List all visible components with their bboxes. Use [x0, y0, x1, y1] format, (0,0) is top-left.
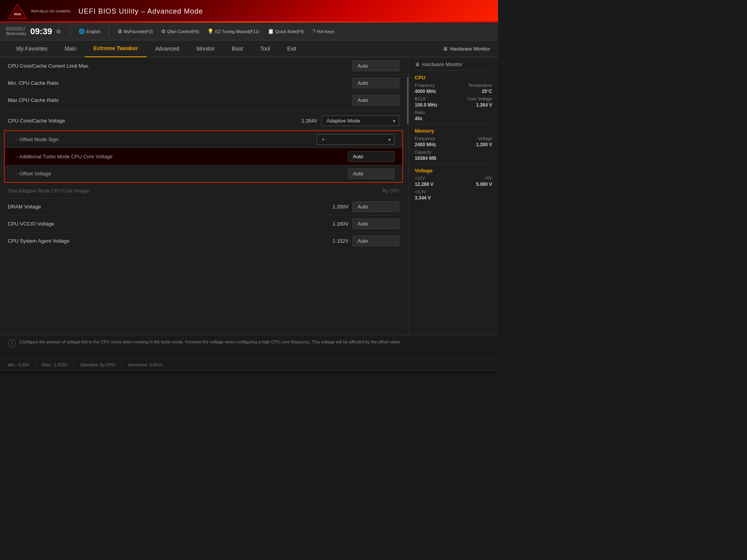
hw-mem-cap-label: Capacity — [415, 150, 431, 154]
setting-row-dram[interactable]: DRAM Voltage 1.200V Auto — [0, 198, 407, 215]
setting-row-cpu-current-limit[interactable]: CPU Core/Cache Current Limit Max. Auto — [0, 58, 407, 75]
hardware-monitor-title: 🖥 Hardware Monitor — [415, 61, 492, 71]
setting-row-cpu-vccio[interactable]: CPU VCCIO Voltage 1.160V Auto — [0, 215, 407, 233]
hw-divider-2 — [415, 164, 492, 164]
spec-standard: Standard: By CPU — [80, 362, 115, 367]
monitor-icon: 🖥 — [117, 28, 122, 34]
hw-v33-value: 3.344 V — [415, 195, 431, 201]
nav-item-myfavorites[interactable]: My Favorites — [8, 40, 56, 57]
hw-mem-freq-val-row: 2400 MHz 1.200 V — [415, 142, 492, 147]
offset-sign-dropdown-wrapper[interactable]: + — [317, 134, 395, 145]
info-text: Configure the amount of voltage fed to t… — [19, 339, 401, 345]
hw-voltage-section: Voltage — [415, 168, 492, 173]
monitor-display-icon: 🖥 — [443, 46, 448, 52]
setting-value-min-cpu-cache[interactable]: Auto — [352, 78, 399, 88]
nav-item-exit[interactable]: Exit — [279, 40, 305, 57]
hot-keys-button[interactable]: ? Hot Keys — [309, 27, 337, 35]
scrollbar-track[interactable] — [407, 58, 409, 335]
adaptive-mode-dropdown-wrapper[interactable]: Adaptive Mode — [321, 116, 399, 126]
setting-label-cpu-voltage: CPU Core/Cache Voltage — [8, 118, 294, 124]
note-icon: 📋 — [268, 28, 274, 34]
hw-ratio-value: 40x — [415, 116, 423, 121]
specs-bar: Min.: 0.25V | Max.: 1.920V | Standard: B… — [0, 359, 498, 370]
setting-label-cpu-vccio: CPU VCCIO Voltage — [8, 221, 325, 227]
separator-1 — [8, 110, 399, 111]
adaptive-mode-dropdown[interactable]: Adaptive Mode — [321, 116, 399, 126]
hw-cpu-freq-val-row: 4000 MHz 25°C — [415, 89, 492, 94]
hw-cpu-temp-value: 25°C — [482, 89, 492, 94]
setting-label-cpu-system-agent: CPU System Agent Voltage — [8, 238, 325, 244]
setting-value-max-cpu-cache[interactable]: Auto — [352, 95, 399, 105]
spec-increment: Increment: 0.001V — [128, 362, 163, 367]
setting-row-max-cpu-cache[interactable]: Max CPU Cache Ratio Auto — [0, 92, 407, 109]
hw-mem-freq-value: 2400 MHz — [415, 142, 436, 147]
hw-ratio-label: Ratio — [415, 110, 425, 115]
nav-item-advanced[interactable]: Advanced — [147, 40, 188, 57]
hw-mem-cap-label-row: Capacity — [415, 150, 492, 154]
setting-value-cpu-current[interactable]: Auto — [352, 61, 399, 71]
setting-row-offset-mode-sign[interactable]: - Offset Mode Sign + — [5, 131, 402, 148]
nav-item-monitor[interactable]: Monitor — [188, 40, 223, 57]
cpu-vccio-voltage-number: 1.160V — [325, 221, 349, 227]
setting-row-total-adaptive: Total Adaptive Mode CPU Core Voltage By … — [0, 184, 407, 198]
spec-min: Min.: 0.25V — [8, 362, 30, 367]
hw-mem-freq-label: Frequency — [415, 136, 435, 141]
setting-value-cpu-system-agent[interactable]: Auto — [352, 236, 399, 246]
hw-v33-label-row: +3.3V — [415, 189, 492, 194]
language-button[interactable]: 🌐 English — [75, 27, 103, 35]
setting-row-cpu-voltage[interactable]: CPU Core/Cache Voltage 1.264V Adaptive M… — [0, 112, 407, 130]
toolbar-time: 09:39 — [30, 26, 52, 37]
hw-cpu-temp-label: Temperature — [468, 83, 492, 88]
setting-row-turbo-voltage[interactable]: - Additional Turbo Mode CPU Core Voltage… — [5, 148, 402, 165]
setting-value-turbo-voltage[interactable]: Auto — [348, 151, 395, 162]
hw-v33-label: +3.3V — [415, 189, 426, 194]
globe-icon: 🌐 — [79, 28, 85, 34]
myfavorite-button[interactable]: 🖥 MyFavorite(F3) — [114, 27, 156, 35]
toolbar-divider-2 — [109, 26, 109, 36]
gear-icon[interactable]: ⚙ — [56, 28, 61, 35]
nav-item-tool[interactable]: Tool — [251, 40, 279, 57]
hw-core-voltage-label: Core Voltage — [467, 96, 492, 101]
hw-divider-1 — [415, 124, 492, 125]
nav-bar: My Favorites Main Extreme Tweaker Advanc… — [0, 40, 498, 58]
hw-cpu-freq-row: Frequency Temperature — [415, 83, 492, 88]
setting-row-cpu-system-agent[interactable]: CPU System Agent Voltage 1.152V Auto — [0, 233, 407, 250]
setting-row-offset-voltage[interactable]: - Offset Voltage Auto — [5, 165, 402, 182]
setting-row-min-cpu-cache[interactable]: Min. CPU Cache Ratio Auto — [0, 75, 407, 92]
setting-label-max-cpu-cache: Max CPU Cache Ratio — [8, 97, 352, 103]
monitor-icon: 🖥 — [415, 61, 420, 67]
cpu-system-agent-voltage-number: 1.152V — [325, 238, 349, 244]
offset-sign-dropdown[interactable]: + — [317, 134, 395, 145]
hardware-monitor-sidebar: 🖥 Hardware Monitor CPU Frequency Tempera… — [409, 58, 498, 335]
hw-memory-section: Memory — [415, 128, 492, 134]
nav-item-extreme-tweaker[interactable]: Extreme Tweaker — [85, 40, 146, 57]
quick-note-button[interactable]: 📋 Quick Note(F9) — [265, 27, 308, 35]
dram-voltage-number: 1.200V — [325, 204, 349, 210]
cpu-voltage-value: 1.264V — [294, 118, 317, 124]
nav-item-main[interactable]: Main — [56, 40, 85, 57]
logo-tagline: REPUBLIC OF GAMERS — [31, 9, 71, 13]
ez-tuning-button[interactable]: 💡 EZ Tuning Wizard(F11) — [204, 27, 263, 35]
setting-value-dram[interactable]: Auto — [352, 201, 399, 212]
logo-area: ROG REPUBLIC OF GAMERS — [8, 4, 71, 19]
toolbar-divider-1 — [70, 26, 70, 36]
setting-label-offset-mode: - Offset Mode Sign — [12, 136, 317, 142]
nav-item-boot[interactable]: Boot — [223, 40, 252, 57]
hw-v33-val-row: 3.344 V — [415, 195, 492, 201]
app-title: UEFI BIOS Utility – Advanced Mode — [79, 7, 203, 16]
rog-logo-icon: ROG — [8, 4, 27, 19]
setting-label-min-cpu-cache: Min. CPU Cache Ratio — [8, 80, 352, 86]
qfan-button[interactable]: ⚙ Qfan Control(F6) — [158, 27, 203, 35]
scrollbar-thumb[interactable] — [407, 77, 409, 124]
hw-core-voltage-value: 1.264 V — [476, 102, 492, 108]
setting-value-cpu-vccio[interactable]: Auto — [352, 219, 399, 229]
nav-hardware-monitor[interactable]: 🖥 Hardware Monitor — [443, 46, 490, 52]
hw-v12-label-row: +12V +5V — [415, 176, 492, 180]
hw-bclk-label-row: BCLK Core Voltage — [415, 96, 492, 101]
hw-v5-label: +5V — [484, 176, 492, 180]
setting-value-offset-voltage[interactable]: Auto — [348, 168, 395, 179]
spec-max: Max.: 1.920V — [42, 362, 68, 367]
main-layout: CPU Core/Cache Current Limit Max. Auto M… — [0, 58, 498, 335]
bulb-icon: 💡 — [207, 28, 214, 34]
bottom-bar: Last Modified EzMode(F7) → Search on FAQ — [0, 370, 498, 373]
